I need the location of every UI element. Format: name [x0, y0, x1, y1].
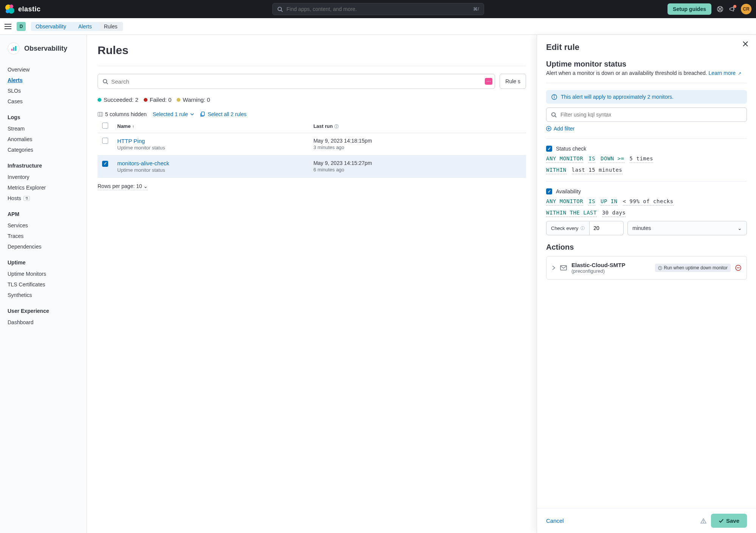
rules-search[interactable]: ⋯ [98, 74, 495, 89]
sidebar-item-overview[interactable]: Overview [0, 64, 87, 75]
sidebar-item-dashboard[interactable]: Dashboard [0, 317, 87, 328]
info-icon[interactable]: ⓘ [581, 225, 585, 231]
sidebar-item-uptime-monitors[interactable]: Uptime Monitors [0, 269, 87, 279]
sidebar-item-alerts[interactable]: Alerts [0, 75, 87, 85]
expression-token[interactable]: 5 times [630, 155, 654, 163]
breadcrumb-alerts[interactable]: Alerts [71, 22, 97, 31]
breadcrumb-observability[interactable]: Observability [31, 22, 71, 31]
elastic-logo-icon [5, 4, 15, 14]
global-search[interactable]: ⌘/ [272, 3, 484, 15]
hamburger-icon[interactable] [5, 24, 11, 29]
expression-token[interactable]: ANY MONITOR [546, 155, 583, 163]
kql-input[interactable] [560, 112, 742, 118]
select-all[interactable]: Select all 2 rules [200, 111, 247, 117]
learn-more-link[interactable]: Learn more ↗ [709, 70, 741, 76]
col-name[interactable]: Name↑ [113, 120, 309, 133]
row-checkbox[interactable] [102, 161, 108, 167]
help-icon[interactable] [717, 6, 723, 12]
action-run-badge[interactable]: Run when uptime down monitor [655, 264, 731, 272]
kql-filter[interactable] [546, 107, 747, 122]
sidebar-item-cases[interactable]: Cases [0, 96, 87, 107]
elastic-logo[interactable]: elastic [5, 4, 41, 14]
check-every-input[interactable] [590, 221, 624, 235]
svg-line-19 [106, 82, 108, 84]
expression-token[interactable]: < 99% of checks [623, 198, 674, 206]
chevron-down-icon: ⌄ [143, 183, 148, 189]
cancel-button[interactable]: Cancel [546, 517, 564, 524]
sidebar-heading: Uptime [0, 258, 87, 269]
rule-name-link[interactable]: HTTP Ping [117, 138, 304, 144]
sidebar-item-anomalies[interactable]: Anomalies [0, 134, 87, 145]
columns-icon [98, 112, 103, 117]
svg-point-2 [9, 5, 13, 8]
rule-status-button[interactable]: Rule s [500, 74, 526, 89]
sidebar-item-stream[interactable]: Stream [0, 123, 87, 134]
save-button[interactable]: Save [711, 514, 747, 528]
rule-type-description: Alert when a monitor is down or an avail… [546, 70, 747, 76]
remove-action-icon[interactable] [735, 265, 741, 271]
content-main: Rules ⋯ Rule s Succeeded: 2 Failed: 0 Wa… [87, 35, 537, 533]
sidebar-section-uptime: UptimeUptime MonitorsTLS CertificatesSyn… [0, 255, 87, 303]
sidebar-item-tls-certificates[interactable]: TLS Certificates [0, 279, 87, 290]
sidebar-item-services[interactable]: Services [0, 220, 87, 231]
row-checkbox[interactable] [102, 138, 108, 144]
sidebar-item-synthetics[interactable]: Synthetics [0, 290, 87, 300]
svg-line-5 [281, 10, 283, 12]
sidebar-heading: APM [0, 210, 87, 220]
rows-per-page[interactable]: Rows per page: 10 ⌄ [98, 183, 148, 190]
svg-rect-23 [202, 112, 205, 116]
search-badge-icon[interactable]: ⋯ [485, 78, 492, 85]
action-text: Elastic-Cloud-SMTP (preconfigured) [571, 262, 626, 274]
news-icon[interactable] [729, 6, 736, 12]
status-check-checkbox[interactable] [546, 146, 552, 152]
last-run-relative: 3 minutes ago [314, 145, 522, 150]
close-icon[interactable] [742, 41, 748, 47]
info-callout: This alert will apply to approximately 2… [546, 90, 747, 104]
svg-rect-17 [15, 46, 16, 51]
sidebar-item-metrics-explorer[interactable]: Metrics Explorer [0, 182, 87, 193]
deployment-avatar[interactable]: D [17, 22, 26, 31]
expression-token[interactable]: WITHIN THE LAST [546, 210, 597, 217]
rules-search-input[interactable] [111, 78, 485, 85]
expression-token[interactable]: 30 days [602, 210, 626, 217]
col-last-run[interactable]: Last run ⓘ [309, 120, 526, 133]
sidebar-item-categories[interactable]: Categories [0, 145, 87, 155]
user-avatar[interactable]: CR [741, 4, 751, 14]
expression-token[interactable]: IS [588, 198, 595, 206]
warning-icon[interactable] [700, 518, 706, 524]
expression-token[interactable]: last 15 minutes [572, 167, 622, 174]
header-actions: Setup guides CR [668, 3, 751, 15]
search-icon [102, 79, 108, 84]
sidebar-item-dependencies[interactable]: Dependencies [0, 241, 87, 252]
setup-guides-button[interactable]: Setup guides [668, 3, 711, 15]
expression-token[interactable]: DOWN >= [601, 155, 624, 163]
expression-token[interactable]: WITHIN [546, 167, 567, 174]
actions-heading: Actions [546, 243, 747, 252]
sidebar-item-slos[interactable]: SLOs [0, 85, 87, 96]
breadcrumb: Observability Alerts Rules [31, 22, 123, 31]
expression-token[interactable]: ANY MONITOR [546, 198, 583, 206]
divider [546, 83, 747, 83]
rule-subtitle: Uptime monitor status [117, 145, 304, 151]
select-all-checkbox[interactable] [102, 123, 108, 129]
rule-name-link[interactable]: monitors-alive-check [117, 160, 304, 166]
sidebar-section-top: OverviewAlertsSLOsCases [0, 61, 87, 110]
svg-point-39 [703, 522, 703, 522]
expression-token[interactable]: IS [588, 155, 595, 163]
add-filter-button[interactable]: Add filter [546, 126, 747, 132]
svg-line-10 [718, 10, 719, 11]
sidebar-heading: Infrastructure [0, 161, 87, 172]
status-summary: Succeeded: 2 Failed: 0 Warning: 0 [98, 96, 526, 103]
sidebar-item-inventory[interactable]: Inventory [0, 172, 87, 182]
expression-token[interactable]: UP IN [601, 198, 618, 206]
availability-checkbox[interactable] [546, 188, 552, 194]
sidebar-item-hosts[interactable]: Hosts⚗ [0, 193, 87, 204]
check-every-unit-select[interactable]: minutes ⌄ [627, 221, 747, 235]
table-footer: Rows per page: 10 ⌄ [98, 178, 526, 194]
sidebar: Observability OverviewAlertsSLOsCases Lo… [0, 35, 87, 533]
sidebar-item-traces[interactable]: Traces [0, 231, 87, 241]
columns-hidden[interactable]: 5 columns hidden [98, 111, 147, 117]
selected-rule[interactable]: Selected 1 rule [153, 111, 194, 117]
chevron-right-icon[interactable] [552, 266, 556, 270]
global-search-input[interactable] [287, 6, 470, 12]
